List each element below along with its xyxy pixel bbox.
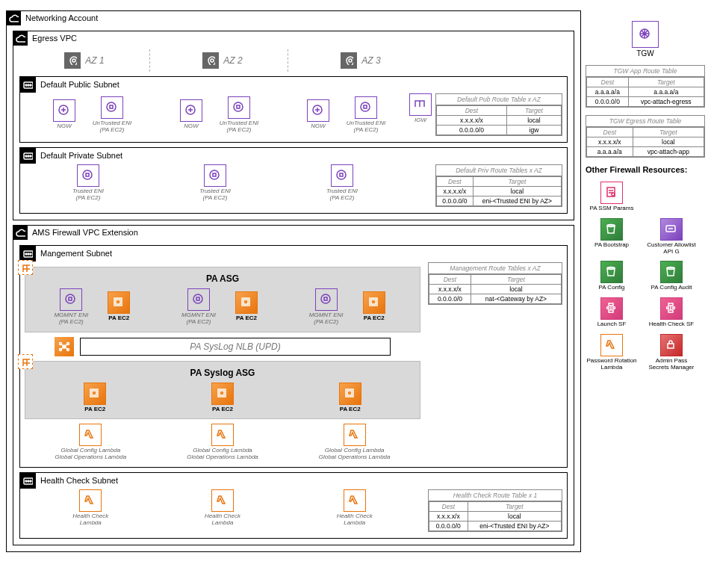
global-lambda-node: Global Config LambdaGlobal Operations La…: [46, 424, 135, 461]
az3-label: AZ 3: [361, 55, 380, 66]
cloud-icon: [13, 225, 28, 240]
public-subnet-box: Default Public Subnet NGW UnTrusted ENI(…: [19, 76, 568, 143]
priv-route-table: Default Priv Route Tables x AZ DestTarge…: [435, 164, 562, 207]
ssm-params-node: PA SSM Params: [586, 182, 638, 212]
pa-ec2-node: PA EC2: [352, 291, 397, 322]
public-subnet-title: Default Public Subnet: [40, 80, 119, 89]
pa-ec2-node: PA EC2: [72, 383, 117, 413]
health-route-table: Health Check Route Table x 1 DestTarget …: [428, 489, 562, 532]
ngw-node: NGW: [296, 99, 341, 130]
private-subnet-box: Default Private Subnet Trusted ENI(PA EC…: [19, 147, 568, 214]
bootstrap-bucket-node: PA Bootstrap: [586, 218, 638, 256]
pa-asg-band: PA ASG MGMNT ENI(PA EC2) PA EC2 MGMNT EN…: [25, 267, 420, 332]
config-audit-bucket-node: PA Config Audit: [645, 261, 698, 291]
global-lambda-node: Global Config LambdaGlobal Operations La…: [178, 424, 267, 461]
pa-ec2-node: PA EC2: [96, 291, 141, 322]
networking-account-box: Networking Account Egress VPC AZ 1 AZ 2: [6, 10, 581, 552]
syslog-asg-band: PA Syslog ASG PA EC2 PA EC2 PA EC2: [25, 361, 420, 420]
firewall-vpc-box: AMS Firewall VPC Extension Mangement Sub…: [13, 225, 574, 545]
nlb-row: PA SysLog NLB (UPD): [55, 337, 391, 356]
asg-icon: [18, 354, 33, 369]
asg-icon: [18, 260, 33, 275]
api-gateway-node: Customer Allowlist API G: [645, 218, 698, 256]
mgmt-route-table: Management Route Tables x AZ DestTarget …: [428, 262, 562, 305]
subnet-icon: [19, 76, 36, 93]
health-lambda-node: Health Check Lambda: [200, 489, 245, 527]
untrusted-eni-node: UnTrusted ENI(PA EC2): [344, 96, 388, 134]
nlb-icon: [55, 337, 74, 356]
egress-title: Egress VPC: [32, 34, 77, 43]
igw-node: IGW: [406, 93, 435, 136]
secrets-manager-node: Admin Pass Secrets Manager: [645, 334, 698, 371]
cloud-icon: [6, 10, 21, 25]
syslog-asg-title: PA Syslog ASG: [31, 368, 414, 378]
az-icon: [64, 52, 81, 69]
az1-label: AZ 1: [85, 55, 104, 66]
subnet-icon: [19, 472, 36, 489]
mgmt-eni-node: MGMNT ENI(PA EC2): [176, 288, 221, 326]
pub-route-table: Default Pub Route Table x AZ DestTarget …: [435, 93, 562, 136]
health-sf-node: Health Check SF: [645, 297, 698, 328]
nlb-label: PA SysLog NLB (UPD): [80, 338, 391, 356]
password-lambda-node: Password Rotation Lambda: [586, 334, 638, 371]
launch-sf-node: Launch SF: [586, 297, 638, 328]
health-lambda-node: Health Check Lambda: [332, 489, 377, 527]
ngw-node: NGW: [169, 99, 214, 130]
az-icon: [202, 52, 219, 69]
trusted-eni-node: Trusted ENI(PA EC2): [320, 164, 364, 202]
global-lambda-node: Global Config LambdaGlobal Operations La…: [310, 424, 400, 461]
tgw-node: TGW: [632, 21, 659, 58]
trusted-eni-node: Trusted ENI(PA EC2): [66, 164, 111, 202]
pa-ec2-node: PA EC2: [200, 383, 245, 413]
cloud-icon: [13, 31, 28, 46]
mgmt-eni-node: MGMNT ENI(PA EC2): [49, 288, 93, 326]
egress-vpc-box: Egress VPC AZ 1 AZ 2 AZ 3: [13, 31, 574, 220]
health-subnet-title: Health Check Subnet: [40, 476, 118, 485]
subnet-icon: [19, 147, 36, 164]
health-subnet-box: Health Check Subnet Health Check Lambda …: [19, 472, 568, 539]
private-subnet-title: Default Private Subnet: [40, 151, 122, 160]
trusted-eni-node: Trusted ENI(PA EC2): [193, 164, 237, 202]
tgw-app-route-table: TGW App Route Table DestTarget a.a.a.a/a…: [586, 65, 705, 108]
account-title: Networking Account: [25, 13, 98, 22]
subnet-icon: [19, 245, 36, 261]
pa-asg-title: PA ASG: [31, 273, 414, 284]
pa-ec2-node: PA EC2: [224, 291, 269, 322]
tgw-egress-route-table: TGW Egress Route Table DestTarget x.x.x.…: [586, 115, 705, 158]
other-resources-title: Other Firewall Resources:: [586, 165, 687, 174]
untrusted-eni-node: UnTrusted ENI(PA EC2): [90, 96, 134, 134]
health-lambda-node: Health Check Lambda: [68, 489, 113, 527]
mgmt-eni-node: MGMNT ENI(PA EC2): [304, 288, 349, 326]
firewall-title: AMS Firewall VPC Extension: [32, 228, 138, 237]
az-icon: [341, 52, 357, 69]
ngw-node: NGW: [42, 99, 87, 130]
mgmt-subnet-title: Mangement Subnet: [40, 249, 112, 258]
mgmt-subnet-box: Mangement Subnet PA ASG MGMNT ENI(PA EC2…: [19, 245, 568, 468]
untrusted-eni-node: UnTrusted ENI(PA EC2): [217, 96, 261, 134]
pa-ec2-node: PA EC2: [328, 383, 373, 413]
az2-label: AZ 2: [223, 55, 242, 66]
config-bucket-node: PA Config: [586, 261, 638, 291]
